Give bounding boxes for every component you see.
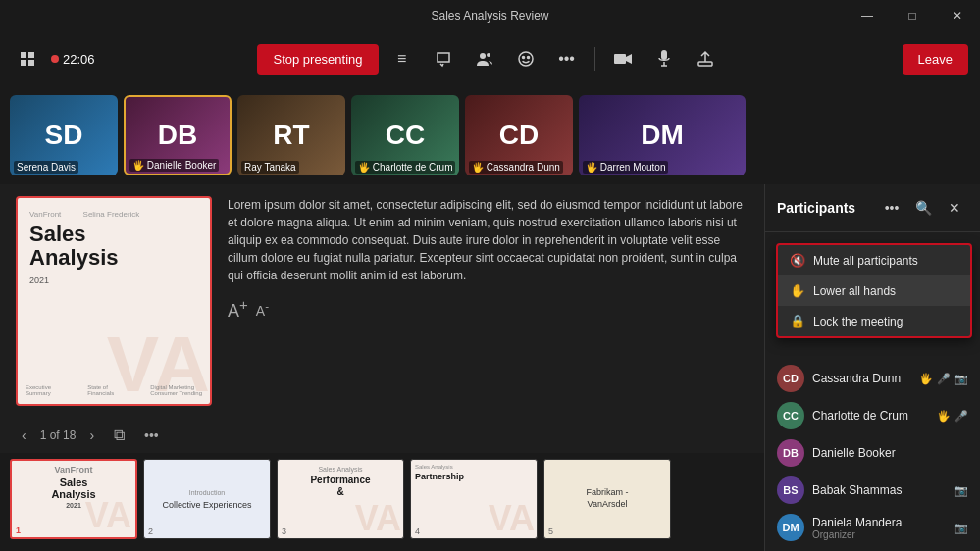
slide-preview: VanFront Selina Frederick SalesAnalysis … [16, 196, 212, 406]
video-tile-danielle[interactable]: DB 🖐 Danielle Booker [124, 95, 232, 175]
lock-meeting-menu-item[interactable]: 🔒 Lock the meeting [778, 306, 970, 336]
participant-item-babak[interactable]: BS Babak Shammas 📷 [765, 472, 980, 509]
toolbar-right: Leave [731, 44, 968, 75]
close-button[interactable]: ✕ [935, 0, 980, 31]
svg-rect-13 [698, 62, 712, 66]
toolbar-left: 22:06 [12, 43, 249, 75]
prev-slide-button[interactable]: ‹ [16, 424, 32, 447]
text-size-controls: A+ A- [228, 296, 748, 322]
thumbnail-2-content: Introduction Collective Experiences [144, 460, 270, 538]
slide-title: SalesAnalysis [29, 223, 198, 270]
participant-item-daniela[interactable]: DM Daniela Mandera Organizer 📷 [765, 509, 980, 546]
video-tile-cassandra[interactable]: CD 🖐 Cassandra Dunn [465, 95, 573, 175]
thumbnail-5[interactable]: Fabrikam -VanArsdel 5 [543, 459, 671, 539]
slide-year: 2021 [29, 276, 198, 285]
hand-raise-icon-cassandra: 🖐 [919, 373, 933, 385]
text-decrease-button[interactable]: A- [256, 299, 269, 319]
main-area: VanFront Selina Frederick SalesAnalysis … [0, 184, 980, 551]
participant-item-darren[interactable]: DM Darren Mouton [765, 546, 980, 551]
thumbnail-3[interactable]: Sales Analysis Performance& VA 3 [277, 459, 404, 539]
slide-navigation: ‹ 1 of 18 › ⧉ ••• [0, 418, 764, 453]
maximize-button[interactable]: □ [890, 0, 935, 31]
recording-indicator [51, 55, 59, 63]
participants-more-button[interactable]: ••• [878, 194, 905, 222]
tile-label-danielle: 🖐 Danielle Booker [129, 159, 219, 172]
tile-label-darren: 🖐 Darren Mouton [583, 161, 668, 174]
video-tile-ray[interactable]: RT Ray Tanaka [237, 95, 345, 175]
window-controls: — □ ✕ [845, 0, 980, 31]
lower-hands-label: Lower all hands [813, 284, 896, 298]
participant-info-daniela: Daniela Mandera Organizer [812, 516, 947, 540]
participant-item-danielle[interactable]: DB Danielle Booker [765, 434, 980, 472]
camera-icon-button[interactable] [605, 41, 641, 76]
slide-content: Lorem ipsum dolor sit amet, consectetur … [228, 196, 748, 406]
lower-hands-icon: ✋ [790, 283, 805, 298]
participant-icons-babak: 📷 [954, 484, 968, 497]
svg-rect-1 [28, 52, 34, 58]
share-icon-button[interactable] [688, 41, 723, 76]
thumbnail-2[interactable]: Introduction Collective Experiences 2 [143, 459, 271, 539]
video-strip: SD Serena Davis DB 🖐 Danielle Booker RT … [0, 86, 980, 184]
toolbar-center: Stop presenting ≡ ••• [257, 41, 722, 76]
hand-raise-icon-charlotte: 🖐 [937, 410, 951, 423]
cam-icon-daniela: 📷 [954, 522, 968, 534]
leave-button[interactable]: Leave [903, 44, 968, 75]
thumbnail-5-num: 5 [548, 526, 553, 536]
svg-rect-9 [614, 54, 626, 64]
participants-search-button[interactable]: 🔍 [909, 194, 937, 222]
grid-icon[interactable] [12, 43, 43, 75]
slide-thumbnails: VanFront SalesAnalysis 2021 VA 1 Introdu… [0, 453, 764, 551]
window-title: Sales Analysis Review [431, 9, 548, 23]
thumbnail-2-num: 2 [148, 526, 153, 536]
minimize-button[interactable]: — [845, 0, 890, 31]
people-icon-button[interactable] [467, 41, 502, 76]
svg-rect-3 [28, 60, 34, 66]
thumbnail-3-content: Sales Analysis Performance& VA [278, 460, 403, 538]
mute-all-menu-item[interactable]: 🔇 Mute all participants [778, 245, 970, 276]
lower-hands-menu-item[interactable]: ✋ Lower all hands [778, 276, 970, 306]
participant-info-charlotte: Charlotte de Crum [812, 409, 929, 423]
footer-item-3: Digital MarketingConsumer Trending [150, 384, 202, 396]
video-tile-charlotte[interactable]: CC 🖐 Charlotte de Crum [351, 95, 459, 175]
thumbnail-4-content: Sales Analysis Partnership VA [411, 460, 537, 538]
participants-panel: Participants ••• 🔍 ✕ 🔇 Mute all particip… [764, 184, 980, 551]
slide-body-text: Lorem ipsum dolor sit amet, consectetur … [228, 196, 748, 284]
participant-item-cassandra[interactable]: CD Cassandra Dunn 🖐 🎤 📷 [765, 360, 980, 397]
tile-label-serena: Serena Davis [14, 161, 78, 174]
next-slide-button[interactable]: › [83, 424, 100, 447]
thumbnail-4[interactable]: Sales Analysis Partnership VA 4 [410, 459, 538, 539]
tile-label-cassandra: 🖐 Cassandra Dunn [469, 161, 563, 174]
video-tile-serena[interactable]: SD Serena Davis [10, 95, 118, 175]
lock-meeting-icon: 🔒 [790, 314, 805, 328]
participant-info-babak: Babak Shammas [812, 483, 947, 497]
video-tile-darren[interactable]: DM 🖐 Darren Mouton [579, 95, 746, 175]
thumbnail-3-num: 3 [282, 526, 286, 536]
svg-point-8 [527, 57, 529, 59]
hand-icon-danielle: 🖐 [132, 160, 147, 171]
thumbnail-1[interactable]: VanFront SalesAnalysis 2021 VA 1 [10, 459, 137, 539]
hand-icon-cassandra: 🖐 [472, 162, 487, 173]
participant-item-charlotte[interactable]: CC Charlotte de Crum 🖐 🎤 [765, 397, 980, 434]
lock-meeting-label: Lock the meeting [813, 315, 903, 328]
slide-main: VanFront Selina Frederick SalesAnalysis … [0, 184, 764, 418]
participants-close-button[interactable]: ✕ [941, 194, 968, 222]
stop-presenting-button[interactable]: Stop presenting [257, 44, 378, 75]
toolbar: 22:06 Stop presenting ≡ ••• [0, 31, 980, 86]
mute-all-icon: 🔇 [790, 253, 805, 268]
participant-avatar-cassandra: CD [777, 365, 804, 392]
tile-label-ray: Ray Tanaka [241, 161, 299, 174]
text-increase-button[interactable]: A+ [228, 296, 248, 322]
menu-icon-button[interactable]: ≡ [385, 41, 420, 76]
mic-icon-button[interactable] [646, 41, 682, 76]
participant-avatar-daniela: DM [777, 514, 804, 541]
chat-icon-button[interactable] [426, 41, 461, 76]
participant-icons-cassandra: 🖐 🎤 📷 [919, 373, 968, 385]
cam-icon-cassandra: 📷 [954, 373, 968, 385]
slide-view-button[interactable]: ⧉ [108, 423, 130, 448]
panel-header: Participants ••• 🔍 ✕ [765, 184, 980, 232]
participant-avatar-babak: BS [777, 476, 804, 504]
emoji-icon-button[interactable] [508, 41, 543, 76]
slide-more-button[interactable]: ••• [138, 424, 165, 447]
more-icon-button[interactable]: ••• [549, 41, 585, 76]
hand-icon-darren: 🖐 [586, 162, 600, 173]
